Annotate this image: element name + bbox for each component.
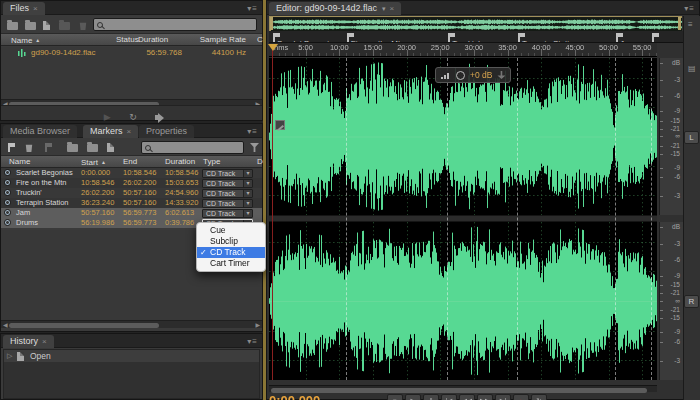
timeline-marker-flag[interactable]: Scarlet Begonias xyxy=(273,32,337,42)
markers-hscrollbar[interactable]: ◀▶ xyxy=(1,320,262,328)
marker-row[interactable]: Terrapin Station36:23.24050:57.16014:33.… xyxy=(1,198,262,208)
delete-marker-icon[interactable] xyxy=(25,143,33,152)
export-markers-icon[interactable] xyxy=(87,144,98,152)
add-marker-icon[interactable] xyxy=(8,143,10,152)
chevron-down-icon[interactable]: ▾ xyxy=(382,5,386,12)
files-col-samplerate[interactable]: Sample Rate xyxy=(194,34,246,46)
channel-tab-right[interactable]: R xyxy=(684,295,699,308)
loop-playback-button[interactable]: ↻ xyxy=(531,394,547,400)
rewind-button[interactable]: ◀◀ xyxy=(459,394,475,400)
loop-file-icon[interactable]: ↻ xyxy=(129,112,137,123)
time-display[interactable]: 0:00.000 xyxy=(269,393,320,400)
files-search-input[interactable] xyxy=(93,18,257,31)
panel-menu-icon[interactable] xyxy=(684,4,695,13)
hamburger-menu-icon[interactable]: ≡ xyxy=(688,20,693,29)
channel-divider[interactable] xyxy=(269,215,657,222)
pin-icon[interactable] xyxy=(497,71,505,79)
skip-to-end-button[interactable]: ▶| xyxy=(495,394,511,400)
menu-item-cd-track[interactable]: CD Track xyxy=(197,247,265,258)
overview-waveform[interactable] xyxy=(271,18,682,31)
stop-button[interactable]: ■ xyxy=(387,394,403,400)
open-file-icon[interactable] xyxy=(7,22,18,30)
playhead-line[interactable] xyxy=(272,45,273,380)
gain-value[interactable]: +0 dB xyxy=(470,70,492,80)
markers-col-end[interactable]: End xyxy=(123,156,137,168)
files-col-status[interactable]: Status xyxy=(116,34,139,46)
zoom-navigator[interactable] xyxy=(269,16,682,31)
markers-col-name[interactable]: Name xyxy=(9,156,30,168)
close-file-icon[interactable] xyxy=(79,21,87,30)
tab-files[interactable]: Files xyxy=(3,2,45,15)
close-tab-icon[interactable] xyxy=(127,127,132,136)
new-file-icon[interactable] xyxy=(43,21,50,30)
cd-marker-icon xyxy=(4,219,11,229)
editor-hscroll-thumb[interactable] xyxy=(271,388,647,393)
close-tab-icon[interactable] xyxy=(33,4,38,13)
marker-row[interactable]: Jam50:57.16056:59.7736:02.613CD Track▾ xyxy=(1,208,262,218)
panel-menu-icon[interactable] xyxy=(247,4,258,13)
timeline-marker-flag[interactable]: Terrapin Station xyxy=(518,32,578,42)
tool-options-icon[interactable]: ▤ xyxy=(688,64,696,73)
play-button[interactable]: ▶ xyxy=(405,394,421,400)
tab-properties[interactable]: Properties xyxy=(139,125,194,138)
marker-row[interactable]: Truckin'26:02.20050:57.16024:54.960CD Tr… xyxy=(1,188,262,198)
tab-media-browser[interactable]: Media Browser xyxy=(3,125,77,138)
record-button[interactable]: ● xyxy=(513,394,529,400)
timeline-marker-flag[interactable]: Truckin' xyxy=(448,32,479,42)
waveform-display[interactable] xyxy=(269,58,657,380)
skip-to-start-button[interactable]: |◀ xyxy=(441,394,457,400)
autoplay-speaker-icon[interactable] xyxy=(155,112,159,123)
files-col-channels[interactable]: C xyxy=(257,34,263,46)
close-tab-icon[interactable] xyxy=(42,337,47,346)
marker-row[interactable]: Scarlet Begonias0:00.00010:58.54610:58.5… xyxy=(1,168,262,178)
menu-item-subclip[interactable]: Subclip xyxy=(197,236,265,247)
timeline-ruler[interactable]: hms 5:0010:0015:0020:0025:0030:0035:0040… xyxy=(269,43,657,57)
tab-markers[interactable]: Markers xyxy=(83,125,138,138)
menu-item-cue[interactable]: Cue xyxy=(197,225,265,236)
marker-type-dropdown[interactable]: CD Track▾ xyxy=(202,199,253,208)
files-col-duration[interactable]: Duration xyxy=(138,34,168,46)
marker-type-dropdown[interactable]: CD Track▾ xyxy=(202,189,253,198)
search-icon xyxy=(97,22,103,28)
insert-multitrack-icon[interactable] xyxy=(59,22,70,30)
play-file-icon[interactable]: ▶ xyxy=(104,112,111,123)
markers-hscroll-thumb[interactable] xyxy=(9,323,159,328)
marker-type-dropdown[interactable]: CD Track▾ xyxy=(202,209,253,218)
volume-hud[interactable]: +0 dB xyxy=(435,67,511,83)
navigator-right-handle[interactable] xyxy=(678,17,681,30)
timeline-marker-flag[interactable]: Jam xyxy=(616,32,635,42)
edit-boundary-icon[interactable] xyxy=(275,120,285,130)
timeline-marker-flag[interactable] xyxy=(652,32,656,42)
tab-editor[interactable]: Editor: gd90-09-14d2.flac▾ xyxy=(269,2,401,15)
panel-menu-icon[interactable] xyxy=(247,337,258,346)
playhead-caret[interactable] xyxy=(268,44,278,56)
marker-row[interactable]: Fire on the Mtn10:58.54626:02.20015:03.6… xyxy=(1,178,262,188)
markers-col-duration[interactable]: Duration xyxy=(165,156,195,168)
import-file-icon[interactable] xyxy=(25,22,36,30)
file-row[interactable]: gd90-09-14d2.flac 56:59.768 44100 Hz xyxy=(1,47,262,59)
menu-item-cart-timer[interactable]: Cart Timer xyxy=(197,258,265,269)
channel-tab-left[interactable]: L xyxy=(684,131,699,144)
files-col-name[interactable]: Name xyxy=(11,34,40,47)
marker-strip[interactable]: Scarlet BegoniasFire on the MtnTruckin'T… xyxy=(269,31,683,43)
navigator-left-handle[interactable] xyxy=(270,17,273,30)
markers-search-input[interactable] xyxy=(141,141,244,154)
panel-menu-icon[interactable] xyxy=(247,127,258,136)
import-markers-icon[interactable] xyxy=(107,143,114,152)
marker-type-dropdown[interactable]: CD Track▾ xyxy=(202,179,253,188)
history-entry[interactable]: ▷ Open xyxy=(4,350,259,362)
fast-forward-button[interactable]: ▶▶ xyxy=(477,394,493,400)
waveform-right-channel[interactable] xyxy=(269,222,657,380)
gain-knob-icon[interactable] xyxy=(456,71,465,80)
merge-markers-icon[interactable] xyxy=(45,143,47,152)
pause-button[interactable]: ∥ xyxy=(423,394,439,400)
timeline-marker-flag[interactable]: Fire on the Mtn xyxy=(347,32,405,42)
filter-icon[interactable] xyxy=(250,143,259,152)
close-tab-icon[interactable] xyxy=(390,4,395,13)
marker-type-menu: CueSubclipCD TrackCart Timer xyxy=(196,222,266,272)
insert-into-multitrack-icon[interactable] xyxy=(67,144,78,152)
markers-col-type[interactable]: Type xyxy=(203,156,220,168)
tab-history[interactable]: History xyxy=(3,335,54,348)
marker-type-dropdown[interactable]: CD Track▾ xyxy=(202,169,253,178)
editor-hscrollbar[interactable] xyxy=(269,385,657,392)
